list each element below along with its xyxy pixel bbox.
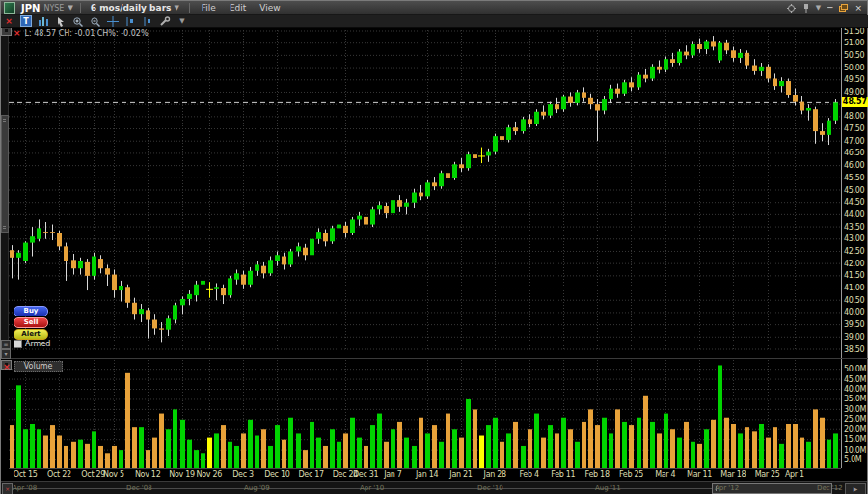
vertical-scrollbar[interactable] (1, 36, 9, 358)
chevron-down-icon: ▼ (174, 4, 178, 12)
date-axis-label: Oct 15 (14, 470, 38, 479)
candle-step-forward-icon[interactable] (142, 16, 153, 27)
timeline-period-label: Apr '10 (360, 484, 384, 492)
price-axis-label: 50.00 (844, 64, 864, 72)
vertical-scrollbar-thumb[interactable] (1, 115, 9, 233)
armed-label: Armed (25, 340, 50, 348)
date-axis-label: Oct 29 (81, 470, 105, 479)
date-axis-label: Jan 28 (484, 470, 506, 479)
symbol-label[interactable]: JPN (21, 3, 40, 14)
close-button[interactable]: × (853, 4, 864, 13)
menu-file[interactable]: File (197, 3, 221, 13)
cursor-tool-icon[interactable] (55, 16, 67, 27)
volume-axis-label: 10.0M (844, 446, 866, 454)
volume-axis-label: 15.0M (844, 435, 866, 444)
restore-button[interactable] (839, 4, 848, 12)
exchange-label: NYSE (43, 4, 64, 13)
volume-header: × Volume (3, 361, 63, 372)
timeline-period-label: Apr '12 (715, 484, 739, 492)
candlestick-and-volume-plot[interactable] (1, 1, 868, 494)
price-axis-label: 49.50 (844, 75, 864, 84)
timeline-left-icon[interactable]: × (2, 483, 13, 494)
date-axis-label: Feb 18 (585, 470, 610, 479)
app-icon (4, 2, 15, 14)
armed-row: Armed (14, 340, 50, 348)
wrench-icon[interactable] (159, 16, 171, 27)
date-axis-label: Mar 11 (687, 470, 712, 479)
legend-text: L: 48.57 CH: -0.01 CH%: -0.02% (25, 29, 149, 38)
volume-axis-label: 45.0M (844, 375, 866, 384)
price-axis-label: 39.50 (844, 320, 864, 329)
drawing-toolbar: × T ▼ (1, 15, 868, 28)
crosshair-icon[interactable] (107, 16, 119, 27)
volume-axis-label: 5.0M (844, 455, 861, 464)
bar-chart-icon[interactable] (38, 16, 49, 27)
legend-close-icon[interactable]: × (14, 28, 21, 38)
date-axis-label: Nov 26 (196, 470, 222, 479)
price-axis-label: 42.50 (844, 247, 864, 256)
price-axis-label: 46.50 (844, 149, 864, 157)
chart-window: JPN NYSE ▼ 6 mos/daily bars ▼ File Edit … (0, 0, 868, 494)
lock-icon[interactable]: ▾ (1, 349, 11, 359)
timeline-period-label: Dec '10 (477, 484, 503, 492)
timeline-scrollbar[interactable]: × ▶ Apr '08Dec '08Aug '09Apr '10Dec '10A… (1, 481, 867, 494)
date-axis-label: Nov 5 (103, 470, 124, 479)
armed-checkbox[interactable] (14, 340, 22, 348)
price-axis-label: 40.50 (844, 296, 864, 305)
price-axis-label: 50.50 (844, 51, 864, 60)
volume-close-icon[interactable]: × (3, 362, 11, 371)
minimize-button[interactable]: ─ (826, 4, 834, 13)
date-axis-label: Dec 10 (264, 470, 289, 479)
alert-button[interactable]: Alert (14, 329, 48, 340)
candle-step-back-icon[interactable] (124, 16, 136, 27)
buy-button[interactable]: Buy (14, 306, 48, 316)
gear-icon[interactable] (786, 3, 797, 14)
date-axis-label: Mar 25 (755, 470, 780, 479)
pin-icon[interactable] (801, 3, 811, 14)
timeline-period-label: Aug '11 (595, 484, 621, 492)
period-dropdown[interactable]: 6 mos/daily bars ▼ (88, 3, 182, 13)
price-axis-label: 38.50 (844, 345, 864, 354)
zoom-in-icon[interactable] (72, 16, 84, 27)
menu-edit[interactable]: Edit (225, 3, 251, 13)
volume-pane-label[interactable]: Volume (14, 361, 63, 372)
date-axis-label: Mar 18 (720, 470, 746, 479)
price-axis-label: 44.00 (844, 210, 864, 219)
menu-view[interactable]: View (255, 3, 285, 13)
price-axis-label: 45.50 (844, 174, 864, 182)
price-axis-label: 47.50 (844, 124, 864, 133)
date-axis-label: Apr 1 (785, 470, 804, 479)
pane-strip-icon[interactable]: ≡ (1, 340, 11, 349)
price-axis-label: 40.00 (844, 308, 864, 316)
remove-icon[interactable]: × (3, 16, 14, 27)
symbol-dropdown-icon[interactable]: ▼ (68, 4, 72, 12)
price-axis-label: 49.00 (844, 88, 864, 96)
date-axis-label: Dec 31 (353, 470, 378, 479)
volume-axis-label: 30.0M (844, 405, 866, 414)
period-label: 6 mos/daily bars (91, 3, 172, 13)
date-axis-label: Nov 19 (169, 470, 195, 479)
price-axis-label: 48.00 (844, 112, 864, 121)
sell-button[interactable]: Sell (14, 317, 48, 328)
timeline-period-label: Dec '12 (817, 484, 843, 492)
current-price-tag: 48.57 (842, 97, 868, 107)
date-axis-label: Feb 25 (619, 470, 643, 479)
price-axis-label: 45.00 (844, 186, 864, 195)
titlebar: JPN NYSE ▼ 6 mos/daily bars ▼ File Edit … (1, 1, 867, 15)
price-axis-label: 41.00 (844, 284, 864, 292)
price-axis-label: 39.00 (844, 333, 864, 342)
price-axis-label: 47.00 (844, 137, 864, 146)
timeline-period-label: Apr '08 (13, 484, 37, 492)
price-axis-label: 51.00 (844, 39, 864, 47)
date-axis-label: Mar 4 (655, 470, 675, 479)
timeline-right-arrow[interactable]: ▶ (845, 483, 866, 494)
date-axis-label: Dec 17 (298, 470, 323, 479)
date-axis-label: Jan 14 (416, 470, 438, 479)
price-axis-label: 43.50 (844, 223, 864, 232)
text-tool-icon[interactable]: T (20, 15, 32, 27)
volume-axis-label: 35.0M (844, 395, 866, 403)
zoom-out-icon[interactable] (90, 16, 101, 27)
price-axis-label: 46.00 (844, 161, 864, 170)
pin-dropdown-icon[interactable]: ▼ (816, 4, 821, 12)
toolbar-dropdown-icon[interactable]: ▼ (176, 16, 188, 27)
